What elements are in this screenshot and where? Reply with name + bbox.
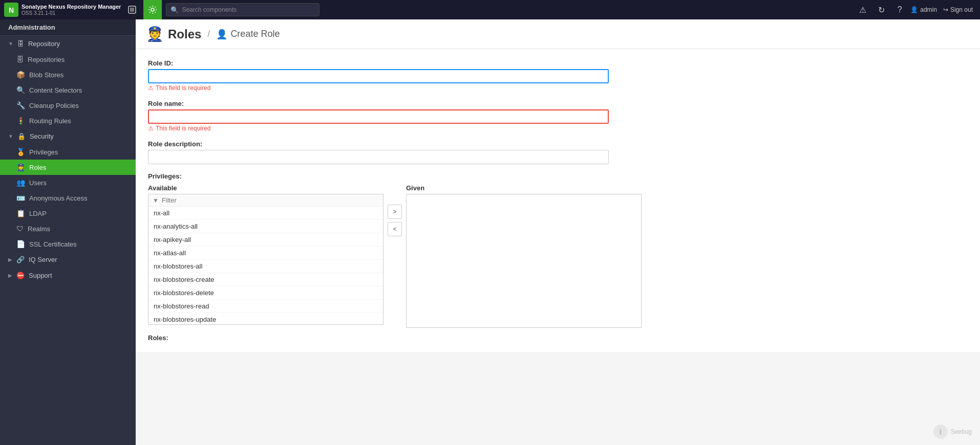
seebug-watermark: ℹ Seebug	[933, 425, 972, 439]
sidebar-item-privileges[interactable]: 🏅 Privileges	[0, 144, 136, 160]
list-item[interactable]: nx-blobstores-all	[148, 260, 383, 273]
breadcrumb-separator: /	[207, 29, 210, 39]
admin-nav-button[interactable]	[143, 0, 162, 19]
privileges-section: Privileges: Available ▼ nx-all nx	[148, 172, 968, 328]
privileges-label: Privileges	[29, 148, 58, 156]
users-icon: 👥	[16, 179, 25, 187]
available-column: Available ▼ nx-all nx-analytics-all nx-a…	[148, 184, 384, 325]
gear-icon	[148, 5, 157, 14]
page-header: 👮 Roles / 👤 Create Role	[136, 19, 980, 49]
list-item[interactable]: nx-atlas-all	[148, 247, 383, 260]
sidebar-item-users[interactable]: 👥 Users	[0, 175, 136, 190]
top-nav-right: ⚠ ↻ ? 👤 admin ↪ Sign out	[855, 2, 976, 17]
alert-icon-button[interactable]: ⚠	[855, 2, 870, 17]
sidebar-group-support-header[interactable]: ▶ ⛔ Support	[0, 268, 136, 283]
given-header: Given	[406, 184, 642, 192]
user-icon: 👤	[910, 6, 918, 13]
role-id-error: ⚠ This field is required	[148, 84, 968, 92]
help-button[interactable]: ?	[892, 2, 907, 17]
app-logo: N Sonatype Nexus Repository Manager OSS …	[4, 3, 121, 17]
sidebar: Administration ▼ 🗄 Repository 🗄 Reposito…	[0, 19, 136, 445]
chevron-right-icon-iq: ▶	[8, 257, 12, 262]
ssl-certificates-label: SSL Certificates	[29, 240, 77, 248]
ldap-icon: 📋	[16, 209, 25, 217]
sidebar-item-cleanup-policies[interactable]: 🔧 Cleanup Policies	[0, 98, 136, 113]
routing-rules-icon: 🚦	[16, 117, 25, 125]
user-menu[interactable]: 👤 admin	[910, 6, 937, 13]
filter-input[interactable]	[162, 196, 379, 204]
repository-group-label: Repository	[28, 40, 60, 48]
sign-out-button[interactable]: ↪ Sign out	[940, 4, 976, 15]
routing-rules-label: Routing Rules	[29, 117, 71, 125]
search-icon: 🔍	[171, 6, 179, 14]
realms-label: Realms	[28, 225, 50, 233]
role-name-input[interactable]	[148, 109, 609, 124]
sidebar-header: Administration	[0, 19, 136, 36]
transfer-left-button[interactable]: <	[388, 222, 402, 236]
sidebar-item-ldap[interactable]: 📋 LDAP	[0, 206, 136, 221]
browse-nav-button[interactable]	[123, 0, 141, 19]
sign-out-icon: ↪	[943, 6, 948, 13]
sidebar-item-realms[interactable]: 🛡 Realms	[0, 221, 136, 236]
sidebar-group-repository-header[interactable]: ▼ 🗄 Repository	[0, 36, 136, 52]
app-name: Sonatype Nexus Repository Manager	[22, 4, 121, 10]
filter-icon: ▼	[153, 197, 159, 204]
list-item[interactable]: nx-all	[148, 207, 383, 220]
page-title: Roles	[168, 27, 201, 41]
blob-stores-icon: 📦	[16, 71, 25, 79]
create-role-icon: 👤	[216, 29, 227, 40]
given-column: Given	[406, 184, 642, 328]
support-group-icon: ⛔	[16, 272, 25, 279]
seebug-icon: ℹ	[939, 428, 942, 436]
breadcrumb-label: Create Role	[230, 29, 280, 39]
cube-icon	[127, 5, 137, 14]
roles-label: Roles:	[148, 334, 968, 342]
list-item[interactable]: nx-apikey-all	[148, 233, 383, 247]
sidebar-item-roles[interactable]: 👮 Roles	[0, 160, 136, 175]
privileges-icon: 🏅	[16, 148, 25, 156]
list-item[interactable]: nx-analytics-all	[148, 220, 383, 233]
available-list-container: ▼ nx-all nx-analytics-all nx-apikey-all …	[148, 194, 384, 325]
given-list-container[interactable]	[406, 194, 642, 328]
list-item[interactable]: nx-blobstores-delete	[148, 286, 383, 300]
app-version: OSS 3.21.1-01	[22, 10, 121, 16]
role-description-input[interactable]	[148, 150, 609, 164]
refresh-button[interactable]: ↻	[874, 2, 889, 17]
sidebar-group-iq-server-header[interactable]: ▶ 🔗 IQ Server	[0, 252, 136, 268]
sidebar-group-security: ▼ 🔒 Security 🏅 Privileges 👮 Roles 👥 User…	[0, 128, 136, 252]
sidebar-group-security-header[interactable]: ▼ 🔒 Security	[0, 128, 136, 144]
role-id-group: Role ID: ⚠ This field is required	[148, 59, 968, 92]
repository-group-icon: 🗄	[17, 40, 24, 48]
list-item[interactable]: nx-blobstores-update	[148, 313, 383, 324]
sidebar-item-anonymous-access[interactable]: 🪪 Anonymous Access	[0, 190, 136, 206]
sidebar-item-routing-rules[interactable]: 🚦 Routing Rules	[0, 113, 136, 128]
sidebar-item-ssl-certificates[interactable]: 📄 SSL Certificates	[0, 236, 136, 252]
realms-icon: 🛡	[16, 225, 24, 233]
users-label: Users	[29, 179, 47, 187]
repositories-icon: 🗄	[16, 55, 24, 63]
sidebar-item-repositories[interactable]: 🗄 Repositories	[0, 52, 136, 67]
list-item[interactable]: nx-blobstores-create	[148, 273, 383, 286]
role-name-error-text: This field is required	[156, 125, 210, 132]
transfer-right-button[interactable]: >	[388, 205, 402, 219]
role-id-input[interactable]	[148, 69, 609, 83]
iq-server-group-icon: 🔗	[16, 256, 25, 263]
sidebar-item-content-selectors[interactable]: 🔍 Content Selectors	[0, 82, 136, 98]
role-name-label: Role name:	[148, 100, 968, 107]
available-list[interactable]: nx-all nx-analytics-all nx-apikey-all nx…	[148, 207, 383, 324]
sidebar-item-blob-stores[interactable]: 📦 Blob Stores	[0, 67, 136, 82]
roles-icon: 👮	[16, 163, 25, 171]
list-item[interactable]: nx-blobstores-read	[148, 300, 383, 313]
sign-out-label: Sign out	[950, 6, 973, 13]
available-header: Available	[148, 184, 384, 192]
sidebar-group-repository: ▼ 🗄 Repository 🗄 Repositories 📦 Blob Sto…	[0, 36, 136, 128]
search-input[interactable]	[182, 6, 315, 13]
role-id-error-text: This field is required	[156, 84, 210, 92]
top-navigation: N Sonatype Nexus Repository Manager OSS …	[0, 0, 980, 19]
sidebar-group-support: ▶ ⛔ Support	[0, 268, 136, 283]
privileges-label: Privileges:	[148, 172, 968, 180]
role-id-error-icon: ⚠	[148, 84, 154, 92]
support-group-label: Support	[29, 272, 52, 279]
role-description-label: Role description:	[148, 140, 968, 148]
role-name-error-icon: ⚠	[148, 125, 154, 132]
